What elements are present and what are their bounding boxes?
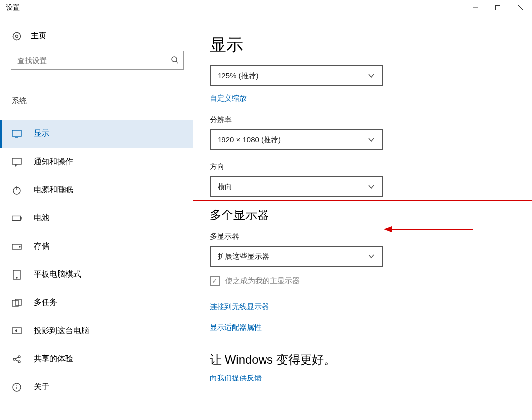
multi-display-value: 扩展这些显示器	[218, 252, 269, 261]
storage-icon	[12, 242, 22, 251]
nav-item-display[interactable]: 显示	[0, 120, 193, 148]
display-adapter-link[interactable]: 显示适配器属性	[210, 323, 532, 332]
nav-label: 共享的体验	[34, 354, 73, 364]
scale-dropdown[interactable]: 125% (推荐)	[210, 65, 383, 86]
orientation-label: 方向	[210, 162, 532, 171]
nav-label: 存储	[34, 241, 49, 252]
make-main-label: 使之成为我的主显示器	[225, 276, 300, 286]
connect-wireless-link[interactable]: 连接到无线显示器	[210, 302, 532, 312]
custom-scaling-link[interactable]: 自定义缩放	[210, 94, 532, 103]
titlebar: 设置	[0, 0, 532, 16]
nav-label: 通知和操作	[34, 157, 73, 167]
svg-point-29	[16, 385, 17, 386]
svg-line-25	[15, 357, 18, 359]
nav-item-storage[interactable]: 存储	[0, 232, 193, 260]
nav-label: 投影到这台电脑	[34, 326, 89, 336]
page-title: 显示	[210, 34, 532, 56]
svg-line-7	[176, 61, 178, 63]
search-field[interactable]	[17, 56, 171, 65]
multi-display-label: 多显示器	[210, 232, 532, 241]
scale-value: 125% (推荐)	[218, 71, 259, 81]
nav-label: 多任务	[34, 297, 57, 308]
nav-label: 电源和睡眠	[34, 185, 73, 195]
home-button[interactable]: 主页	[0, 26, 193, 46]
svg-point-16	[19, 246, 20, 247]
resolution-dropdown[interactable]: 1920 × 1080 (推荐)	[210, 129, 383, 150]
project-icon	[12, 327, 22, 336]
svg-point-4	[16, 35, 18, 37]
chevron-down-icon	[368, 183, 375, 190]
nav-item-tablet[interactable]: 平板电脑模式	[0, 260, 193, 289]
main-panel: 显示 125% (推荐) 自定义缩放 分辨率 1920 × 1080 (推荐) …	[193, 16, 532, 420]
gear-icon	[12, 31, 22, 41]
share-icon	[12, 355, 22, 364]
nav-label: 平板电脑模式	[34, 269, 81, 280]
nav-item-share[interactable]: 共享的体验	[0, 345, 193, 373]
search-icon	[171, 56, 178, 65]
power-icon	[12, 186, 22, 195]
nav-item-project[interactable]: 投影到这台电脑	[0, 317, 193, 345]
svg-rect-10	[12, 158, 21, 164]
nav-item-multitask[interactable]: 多任务	[0, 289, 193, 317]
svg-rect-1	[496, 6, 500, 10]
checkbox-icon	[210, 276, 220, 286]
better-windows-heading: 让 Windows 变得更好。	[210, 352, 532, 368]
info-icon	[12, 383, 22, 392]
nav-item-power[interactable]: 电源和睡眠	[0, 176, 193, 204]
multi-display-dropdown[interactable]: 扩展这些显示器	[210, 246, 383, 267]
multitask-icon	[12, 298, 22, 307]
nav-item-about[interactable]: 关于	[0, 373, 193, 401]
category-header: 系统	[0, 75, 193, 110]
feedback-link[interactable]: 向我们提供反馈	[210, 374, 532, 383]
svg-rect-8	[12, 130, 21, 136]
nav-item-battery[interactable]: 电池	[0, 204, 193, 232]
svg-point-6	[172, 57, 177, 62]
monitor-icon	[12, 129, 22, 138]
maximize-button[interactable]	[487, 0, 509, 16]
tablet-icon	[12, 270, 22, 279]
battery-icon	[12, 214, 22, 223]
orientation-dropdown[interactable]: 横向	[210, 176, 383, 197]
window-title: 设置	[6, 3, 20, 12]
nav-label: 显示	[34, 128, 49, 139]
close-button[interactable]	[509, 0, 532, 16]
svg-rect-13	[12, 216, 20, 220]
chevron-down-icon	[368, 253, 375, 260]
svg-point-5	[13, 32, 21, 40]
nav-label: 关于	[34, 382, 49, 392]
chevron-down-icon	[368, 72, 375, 79]
svg-point-24	[18, 361, 20, 363]
make-main-checkbox: 使之成为我的主显示器	[210, 276, 532, 286]
svg-rect-14	[20, 217, 21, 219]
resolution-label: 分辨率	[210, 115, 532, 125]
orientation-value: 横向	[218, 182, 232, 192]
svg-point-23	[18, 356, 20, 358]
nav-list: 显示 通知和操作 电源和睡眠 电池	[0, 110, 193, 401]
message-icon	[12, 158, 22, 167]
search-input[interactable]	[11, 51, 184, 70]
svg-point-18	[16, 277, 17, 278]
window-controls	[464, 0, 532, 16]
sidebar: 主页 系统 显示 通知和操作	[0, 16, 193, 420]
minimize-button[interactable]	[464, 0, 487, 16]
multi-display-heading: 多个显示器	[210, 207, 532, 223]
chevron-down-icon	[368, 136, 375, 143]
nav-item-notifications[interactable]: 通知和操作	[0, 148, 193, 176]
svg-line-26	[15, 360, 18, 361]
home-label: 主页	[31, 31, 46, 41]
nav-label: 电池	[34, 213, 49, 223]
svg-point-22	[13, 358, 15, 360]
resolution-value: 1920 × 1080 (推荐)	[218, 135, 281, 145]
